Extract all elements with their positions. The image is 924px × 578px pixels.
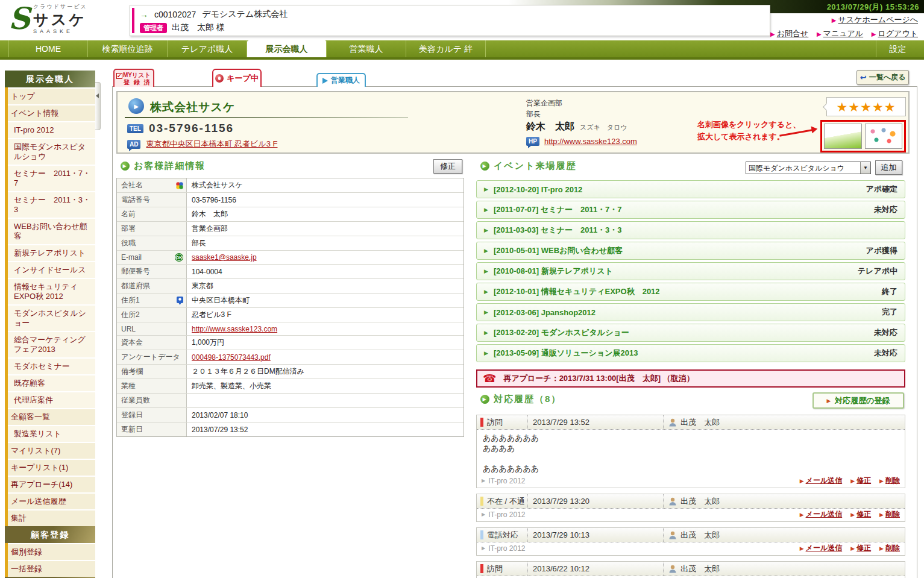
edit-link[interactable]: 修正 (856, 476, 871, 486)
send-mail-link[interactable]: メール送信 (806, 476, 843, 486)
arrow-icon: ▶ (879, 512, 884, 518)
email-link[interactable]: saaske1@saaske.jp (192, 253, 257, 262)
add-event-button[interactable]: 追加 (875, 160, 902, 175)
sidebar-item-individual-registration[interactable]: 個別登録 (8, 543, 95, 560)
sidebar-item-manufacturing-list[interactable]: 製造業リスト (8, 425, 95, 442)
customer-detail-title: お客様詳細情報 (134, 160, 206, 172)
event-name: Jpanshop2012 (541, 308, 596, 317)
sidebar-item-bulk-registration[interactable]: 一括登録 (8, 560, 95, 577)
delete-link[interactable]: 削除 (885, 543, 900, 553)
sidebar-item-reapproach[interactable]: 再アプローチ(14) (8, 476, 95, 492)
play-icon[interactable]: ▶ (128, 98, 144, 114)
nav-teleapo[interactable]: テレアポ職人 (168, 40, 247, 57)
nav-home[interactable]: HOME (8, 40, 88, 57)
tab-mylist-registered[interactable]: ✔MYリスト 登 録 済 (113, 69, 154, 87)
row-label: 登録日 (121, 410, 184, 420)
logo-name: サスケ (33, 11, 87, 28)
contact-link[interactable]: お問合せ (777, 29, 809, 38)
event-row[interactable]: ▶ [2013-02-20] モダンホスピタルショー 未対応 (476, 324, 905, 342)
home-page-link[interactable]: サスケホームページへ (838, 15, 918, 24)
event-row[interactable]: ▶ [2011-03-03] セミナー 2011・3・3 (476, 221, 905, 239)
logout-link[interactable]: ログアウト (878, 29, 918, 38)
sidebar-item-mail-history[interactable]: メール送信履歴 (8, 492, 95, 509)
reapproach-cancel-link[interactable]: 取消 (671, 374, 687, 383)
arrow-icon: ▶ (484, 227, 488, 233)
sidebar-item-modern-hospital[interactable]: モダンホスピタルショー (8, 304, 95, 331)
event-row[interactable]: ▶ [2011-07-07] セミナー 2011・7・7 未対応 (476, 201, 905, 219)
logo-romaji: SAASKE (33, 28, 87, 34)
sidebar-item-new-teleapo[interactable]: 新規テレアポリスト (8, 244, 95, 261)
arrow-icon: ▶ (800, 478, 804, 484)
survey-pdf-link[interactable]: 000498-1375073443.pdf (192, 353, 271, 362)
register-history-button[interactable]: ▶ 対応履歴の登録 (812, 392, 904, 409)
url-link[interactable]: http://www.sasske123.com (192, 325, 277, 333)
nav-exhibition-active[interactable]: 展示会職人 (247, 40, 327, 57)
sidebar-item-aggregate[interactable]: 集計 (8, 509, 95, 526)
sidebar-item-my-list[interactable]: マイリスト(7) (8, 442, 95, 459)
tab-mylist-line1: MYリスト (123, 72, 151, 78)
sidebar-item-web-inquiry[interactable]: WEBお問い合わせ顧客 (8, 218, 95, 244)
customer-url-link[interactable]: http://www.sasske123.com (544, 137, 637, 146)
delete-link[interactable]: 削除 (885, 509, 900, 520)
event-select[interactable]: 国際モダンホスピタルショウ ▼ (746, 162, 871, 174)
customer-name: 鈴木 太郎 (526, 121, 574, 133)
event-name: 新規テレアポリスト (541, 266, 613, 275)
edit-link[interactable]: 修正 (856, 509, 871, 520)
main-nav: HOME 検索順位追跡 テレアポ職人 展示会職人 営業職人 美容カルテ 絆 設定 (0, 40, 924, 60)
event-row[interactable]: ▶ [2010-08-01] 新規テレアポリスト テレアポ中 (476, 262, 905, 280)
account-company: デモシステム株式会社 (202, 9, 288, 20)
back-to-list-button[interactable]: ↩ 一覧へ戻る (856, 70, 909, 85)
sidebar-item-top[interactable]: トップ (8, 87, 95, 104)
nav-sales[interactable]: 営業職人 (327, 40, 406, 57)
event-select-value: 国際モダンホスピタルショウ (746, 162, 860, 174)
sidebar-item-seminar-77[interactable]: セミナー 2011・7・7 (8, 165, 95, 191)
sidebar-item-hospital-show[interactable]: 国際モダンホスピタルショウ (8, 138, 95, 165)
sidebar-item-modaho-seminar[interactable]: モダホセミナー (8, 357, 95, 374)
event-row[interactable]: ▶ [2013-05-09] 通販ソリューション展2013 未対応 (476, 344, 905, 362)
tab-keep[interactable]: キープ中 (212, 69, 262, 87)
nav-settings[interactable]: 設定 (876, 40, 919, 57)
event-row[interactable]: ▶ [2012-03-06] Jpanshop2012 完了 (476, 303, 905, 321)
rating-box[interactable]: ★★★★★ (826, 97, 906, 116)
tel-badge: TEL (127, 124, 143, 133)
business-card-thumbnail-2[interactable] (865, 124, 903, 149)
customer-address-link[interactable]: 東京都中央区日本橋本町 忍者ビル3 F (146, 139, 277, 149)
sidebar-item-seminar-33[interactable]: セミナー 2011・3・3 (8, 191, 95, 218)
manual-link[interactable]: マニュアル (823, 29, 864, 38)
edit-link[interactable]: 修正 (856, 543, 871, 553)
delete-link[interactable]: 削除 (885, 476, 900, 486)
table-row: 会社名 株式会社サスケ (117, 178, 464, 193)
event-row[interactable]: ▶ [2010-05-01] WEBお問い合わせ顧客 アポ獲得 (476, 242, 905, 260)
blue-arrow-icon (322, 78, 328, 84)
sidebar-item-inside-sales[interactable]: インサイドセールス (8, 261, 95, 278)
event-row[interactable]: ▶ [2012-10-01] 情報セキュリティEXPO秋 2012 終了 (476, 283, 905, 301)
sidebar-item-security-expo[interactable]: 情報セキュリティEXPO秋 2012 (8, 278, 95, 304)
sidebar-item-all-customers[interactable]: 全顧客一覧 (8, 408, 95, 425)
arrow-icon: ▶ (484, 268, 488, 274)
send-mail-link[interactable]: メール送信 (806, 509, 843, 520)
nav-beauty[interactable]: 美容カルテ 絆 (406, 40, 486, 57)
sidebar-item-itpro2012[interactable]: IT-pro 2012 (8, 121, 95, 138)
sidebar-collapse-handle[interactable] (95, 82, 101, 130)
nav-search-rank[interactable]: 検索順位追跡 (88, 40, 168, 57)
arrow-icon: ▶ (484, 248, 488, 254)
svg-text:OK: OK (176, 256, 183, 260)
response-history-title: 対応履歴（8） (494, 394, 561, 405)
business-card-thumbnail-1[interactable] (824, 124, 862, 149)
row-label: 役職 (121, 238, 184, 248)
edit-button[interactable]: 修正 (433, 159, 462, 174)
app-logo[interactable]: S クラウドサービス サスケ SAASKE (8, 3, 87, 34)
sidebar-item-agency-deals[interactable]: 代理店案件 (8, 391, 95, 408)
sidebar-item-keep-list[interactable]: キープリスト(1) (8, 459, 95, 476)
arrow-icon: ▶ (484, 207, 488, 213)
send-mail-link[interactable]: メール送信 (806, 543, 843, 553)
event-name: セミナー 2011・7・7 (541, 205, 622, 214)
row-value: 2013/07/29 13:52 (187, 423, 464, 436)
event-date: [2010-08-01] (494, 266, 539, 275)
sidebar-item-marketing-fair[interactable]: 総合マーケティングフェア2013 (8, 331, 95, 357)
sidebar-item-existing-customers[interactable]: 既存顧客 (8, 374, 95, 391)
sidebar-item-event-info[interactable]: イベント情報 (8, 104, 95, 121)
event-row[interactable]: ▶ [2012-10-20] IT-pro 2012 アポ確定 (476, 180, 905, 198)
tab-sales-worker[interactable]: 営業職人 (316, 73, 366, 87)
table-row: 部署 営業企画部 (117, 222, 464, 236)
